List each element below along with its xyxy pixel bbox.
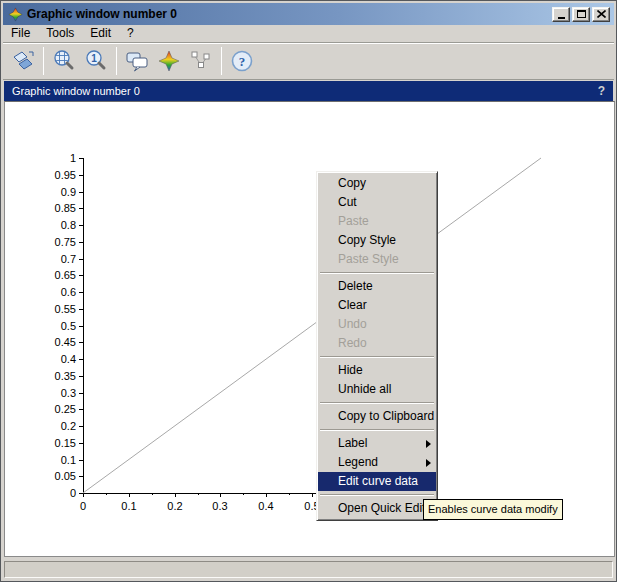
close-icon [597, 10, 606, 18]
menu-edit[interactable]: Edit [82, 25, 119, 42]
context-menu: CopyCutPasteCopy StylePaste StyleDeleteC… [316, 171, 438, 521]
menu-item-copy-style[interactable]: Copy Style [318, 231, 436, 250]
maximize-icon [577, 10, 586, 18]
toolbar-separator [43, 47, 44, 75]
y-tick-label: 0.7 [61, 253, 76, 265]
x-tick-label: 0.3 [212, 500, 227, 512]
y-tick-label: 0.5 [61, 320, 76, 332]
curve-line [83, 158, 541, 493]
svg-text:?: ? [239, 54, 246, 69]
menu-item-clear[interactable]: Clear [318, 296, 436, 315]
menu-help[interactable]: ? [119, 25, 142, 42]
rotate-3d-icon [10, 48, 36, 74]
y-tick-label: 0.3 [61, 387, 76, 399]
ged-editor-button[interactable] [153, 45, 185, 77]
menu-item-paste: Paste [318, 212, 436, 231]
y-tick-label: 0.25 [55, 403, 76, 415]
menu-item-redo: Redo [318, 334, 436, 353]
status-bar [4, 561, 613, 578]
y-tick-label: 0.35 [55, 370, 76, 382]
y-tick-label: 0 [70, 487, 76, 499]
y-tick-label: 0.4 [61, 353, 76, 365]
maximize-button[interactable] [572, 7, 590, 22]
window-title: Graphic window number 0 [27, 7, 552, 21]
original-view-button[interactable]: 1 [80, 45, 112, 77]
toolbar-separator [116, 47, 117, 75]
y-tick-label: 0.6 [61, 286, 76, 298]
menu-item-cut[interactable]: Cut [318, 193, 436, 212]
y-tick-label: 0.75 [55, 236, 76, 248]
app-window: Graphic window number 0 File Tools Edit … [0, 0, 617, 582]
dock-header: Graphic window number 0 ? [4, 81, 613, 101]
y-tick-label: 0.45 [55, 336, 76, 348]
toolbar: 1? [3, 42, 614, 80]
datatips-button[interactable] [185, 45, 217, 77]
dock-help-button[interactable]: ? [598, 84, 605, 98]
menu-separator [320, 429, 434, 431]
y-tick-label: 0.55 [55, 303, 76, 315]
x-tick-label: 0 [80, 500, 86, 512]
y-tick-label: 0.15 [55, 437, 76, 449]
menu-item-legend[interactable]: Legend [318, 453, 436, 472]
zoom-area-button[interactable] [48, 45, 80, 77]
toolbar-separator [221, 47, 222, 75]
svg-text:1: 1 [91, 53, 97, 64]
menu-item-copy-to-clipboard[interactable]: Copy to Clipboard [318, 407, 436, 426]
rotate-3d-button[interactable] [7, 45, 39, 77]
minimize-button[interactable] [552, 7, 570, 22]
menu-item-delete[interactable]: Delete [318, 277, 436, 296]
y-tick-label: 0.65 [55, 269, 76, 281]
close-button[interactable] [592, 7, 610, 22]
menu-item-undo: Undo [318, 315, 436, 334]
menu-separator [320, 402, 434, 404]
plot-svg: 00.050.10.150.20.250.30.350.40.450.50.55… [5, 102, 614, 556]
app-icon [7, 6, 23, 22]
plot-area[interactable]: 00.050.10.150.20.250.30.350.40.450.50.55… [4, 101, 615, 557]
menubar: File Tools Edit ? [3, 25, 614, 42]
dialogs-icon [124, 48, 150, 74]
y-tick-label: 0.2 [61, 420, 76, 432]
tooltip: Enables curve data modify [423, 499, 563, 520]
window-controls [552, 7, 610, 22]
minimize-icon [558, 10, 565, 19]
y-tick-label: 0.95 [55, 169, 76, 181]
dialogs-button[interactable] [121, 45, 153, 77]
menu-item-unhide-all[interactable]: Unhide all [318, 380, 436, 399]
original-view-icon: 1 [83, 48, 109, 74]
menu-separator [320, 272, 434, 274]
datatips-icon [188, 48, 214, 74]
help-icon: ? [229, 48, 255, 74]
menu-separator [320, 494, 434, 496]
menu-item-copy[interactable]: Copy [318, 174, 436, 193]
menu-item-paste-style: Paste Style [318, 250, 436, 269]
ged-editor-icon [156, 48, 182, 74]
menu-item-hide[interactable]: Hide [318, 361, 436, 380]
submenu-arrow-icon [426, 459, 431, 467]
y-tick-label: 0.85 [55, 202, 76, 214]
menu-separator [320, 356, 434, 358]
menu-item-open-quick-editor[interactable]: Open Quick Editor [318, 499, 436, 518]
help-button[interactable]: ? [226, 45, 258, 77]
menu-tools[interactable]: Tools [38, 25, 82, 42]
y-tick-label: 0.8 [61, 219, 76, 231]
menu-item-label[interactable]: Label [318, 434, 436, 453]
titlebar[interactable]: Graphic window number 0 [3, 3, 614, 25]
submenu-arrow-icon [426, 440, 431, 448]
zoom-area-icon [51, 48, 77, 74]
menu-file[interactable]: File [3, 25, 38, 42]
y-tick-label: 0.05 [55, 470, 76, 482]
x-tick-label: 0.1 [121, 500, 136, 512]
y-tick-label: 1 [70, 152, 76, 164]
dock-header-title: Graphic window number 0 [12, 85, 598, 97]
x-tick-label: 0.4 [258, 500, 273, 512]
y-tick-label: 0.9 [61, 186, 76, 198]
y-tick-label: 0.1 [61, 454, 76, 466]
x-tick-label: 0.2 [167, 500, 182, 512]
menu-item-edit-curve-data[interactable]: Edit curve data [318, 472, 436, 491]
